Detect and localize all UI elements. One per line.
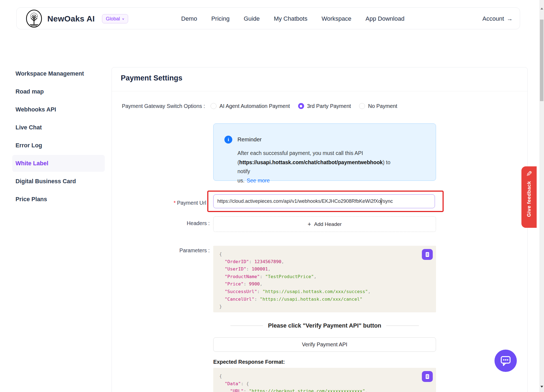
chat-widget-button[interactable]	[494, 350, 517, 372]
payment-gateway-options-row: Payment Gateway Switch Options : AI Agen…	[122, 101, 406, 111]
scrollbar-thumb[interactable]	[540, 20, 543, 101]
sidebar-item-error-log[interactable]: Error Log	[12, 137, 105, 154]
verify-instruction: Please click "Verify Payment API" button	[213, 322, 436, 330]
code-line: "Price": 9900,	[219, 280, 436, 288]
parameters-label: Parameters :	[123, 247, 210, 254]
radio-unchecked-icon[interactable]	[359, 103, 365, 109]
sidebar-item-webhooks-api[interactable]: Webhooks API	[12, 101, 105, 118]
payment-url-value-tail: /sync	[381, 198, 393, 204]
expected-response-json: { "Data": { "URL": "https://checkout.str…	[213, 368, 436, 392]
sidebar-item-digital-business-card[interactable]: Digital Business Card	[12, 173, 105, 190]
nav-item-demo[interactable]: Demo	[181, 15, 197, 22]
reminder-line1: After each successful payment, you must …	[237, 150, 363, 156]
code-line: "ProductName": "TestProductPrice",	[219, 273, 436, 281]
code-line: }	[219, 303, 436, 310]
add-header-label: Add Header	[314, 221, 342, 227]
chat-bubble-icon	[499, 354, 513, 368]
reminder-alert: i Reminder After each successful payment…	[213, 123, 436, 181]
reminder-api-url: https://usapi.hottask.com/chat/chatbot/p…	[239, 159, 383, 165]
sidebar-item-live-chat[interactable]: Live Chat	[12, 119, 105, 136]
code-line: "URL": "https://checkout.stripe.com/xxxx…	[219, 387, 436, 392]
copy-icon[interactable]	[422, 249, 433, 260]
gateway-radio-group: AI Agent Automation Payment3rd Party Pay…	[211, 103, 406, 109]
required-asterisk: *	[174, 200, 176, 206]
sidebar-item-road-map[interactable]: Road map	[12, 83, 105, 100]
give-feedback-label: Give feedback	[526, 181, 532, 217]
nav-item-guide[interactable]: Guide	[244, 15, 260, 22]
payment-url-input[interactable]: https://cloud.activepieces.com/api/v1/we…	[213, 194, 435, 208]
top-header: NewOaks AI Global ∨ DemoPricingGuideMy C…	[16, 7, 520, 29]
scroll-up-icon[interactable]	[540, 8, 543, 10]
see-more-link[interactable]: See more	[247, 178, 270, 183]
headers-label: Headers :	[123, 220, 210, 226]
parameters-json: { "OrderID": 1234567890, "UserID": 10000…	[213, 246, 436, 310]
divider	[386, 325, 419, 326]
nav-item-my-chatbots[interactable]: My Chatbots	[274, 15, 308, 22]
sidebar-item-price-plans[interactable]: Price Plans	[12, 191, 105, 208]
payment-url-value: https://cloud.activepieces.com/api/v1/we…	[217, 198, 381, 204]
account-label: Account	[483, 15, 504, 22]
parameters-code-block: { "OrderID": 1234567890, "UserID": 10000…	[213, 246, 436, 312]
verify-payment-api-button[interactable]: Verify Payment API	[213, 337, 436, 352]
tree-logo-icon	[26, 10, 42, 28]
sidebar-item-workspace-management[interactable]: Workspace Management	[12, 65, 105, 82]
chevron-down-icon: ∨	[122, 17, 125, 20]
expected-response-label: Expected Response Format:	[213, 359, 285, 365]
add-header-button[interactable]: + Add Header	[213, 216, 436, 232]
code-line: "OrderID": 1234567890,	[219, 258, 436, 266]
code-line: "SuccessUrl": "https://usapi.hottask.com…	[219, 288, 436, 295]
divider	[230, 325, 263, 326]
nav-item-pricing[interactable]: Pricing	[211, 15, 230, 22]
nav-item-app-download[interactable]: App Download	[366, 15, 404, 22]
vertical-scrollbar[interactable]	[539, 0, 544, 392]
expected-response-code-block: { "Data": { "URL": "https://checkout.str…	[213, 368, 436, 392]
arrow-right-icon: →	[507, 15, 513, 22]
radio-option-label: AI Agent Automation Payment	[220, 103, 290, 109]
radio-option-no-payment[interactable]: No Payment	[359, 103, 397, 109]
radio-option-ai-agent-automation-payment[interactable]: AI Agent Automation Payment	[211, 103, 290, 109]
sidebar: Workspace ManagementRoad mapWebhooks API…	[12, 65, 105, 209]
verify-instruction-text: Please click "Verify Payment API" button	[268, 322, 381, 329]
reminder-title: Reminder	[237, 136, 262, 143]
gateway-options-label: Payment Gateway Switch Options :	[122, 103, 205, 109]
main-nav: DemoPricingGuideMy ChatbotsWorkspaceApp …	[181, 8, 404, 30]
page: NewOaks AI Global ∨ DemoPricingGuideMy C…	[0, 0, 544, 392]
code-line: "Data": {	[219, 380, 436, 388]
radio-option-label: No Payment	[368, 103, 397, 109]
brand-name: NewOaks AI	[47, 8, 95, 30]
radio-option-label: 3rd Party Payment	[307, 103, 351, 109]
radio-unchecked-icon[interactable]	[211, 103, 217, 109]
region-label: Global	[106, 16, 120, 22]
plus-icon: +	[308, 221, 311, 228]
page-title: Payment Settings	[121, 74, 183, 82]
code-line: "CancelUrl": "https://usapi.hottask.com/…	[219, 295, 436, 303]
nav-item-workspace[interactable]: Workspace	[322, 15, 351, 22]
scroll-down-icon[interactable]	[540, 386, 543, 388]
payment-settings-panel: Payment Settings Payment Gateway Switch …	[112, 67, 528, 392]
sidebar-item-white-label[interactable]: White Label	[12, 155, 105, 172]
give-feedback-tab[interactable]: ✎ Give feedback	[521, 166, 537, 228]
pencil-icon: ✎	[526, 170, 532, 178]
radio-checked-icon[interactable]	[298, 103, 304, 109]
code-line: "UserID": 100001,	[219, 265, 436, 273]
divider	[112, 91, 527, 91]
region-selector[interactable]: Global ∨	[102, 14, 128, 23]
payment-url-label: *Payment Url	[120, 194, 206, 212]
code-line: {	[219, 372, 436, 380]
reminder-body: After each successful payment, you must …	[237, 149, 401, 185]
copy-icon[interactable]	[422, 371, 433, 382]
radio-option-3rd-party-payment[interactable]: 3rd Party Payment	[298, 103, 351, 109]
info-icon: i	[224, 136, 232, 144]
code-line: {	[219, 250, 436, 258]
account-button[interactable]: Account →	[483, 8, 513, 30]
reminder-line3: us.	[237, 178, 245, 183]
